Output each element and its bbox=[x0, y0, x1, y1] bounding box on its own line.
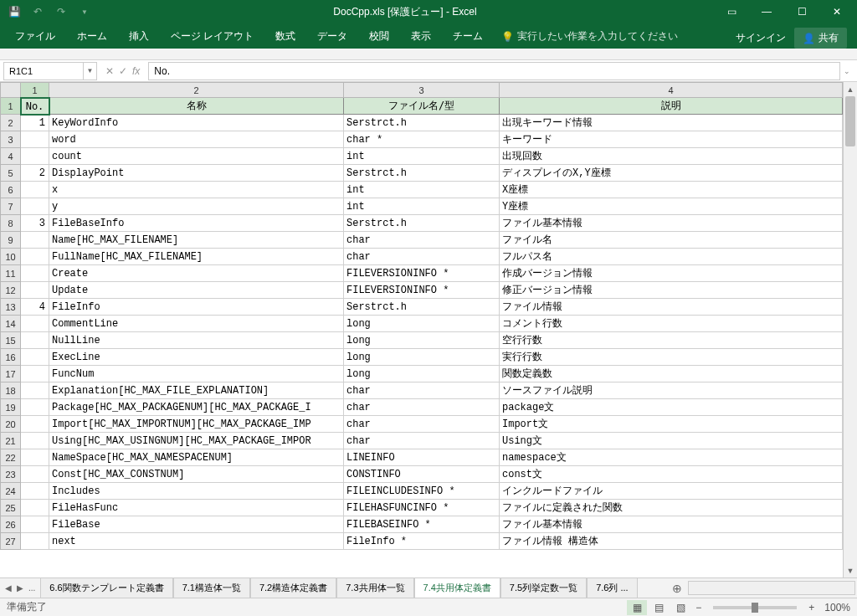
tell-me-search[interactable]: 💡 実行したい作業を入力してください bbox=[495, 24, 685, 49]
new-sheet-button[interactable]: ⊕ bbox=[668, 582, 686, 595]
row-header[interactable]: 18 bbox=[1, 382, 21, 399]
cell[interactable]: ExecLine bbox=[49, 349, 344, 366]
sheet-nav-next-icon[interactable]: ▶ bbox=[17, 583, 23, 593]
cell[interactable]: FileBase bbox=[49, 516, 344, 533]
cell[interactable]: Package[HC_MAX_PACKAGENUM][HC_MAX_PACKAG… bbox=[49, 399, 344, 416]
cell[interactable]: char * bbox=[344, 131, 500, 148]
cell[interactable]: 1 bbox=[21, 115, 49, 131]
cell[interactable] bbox=[21, 249, 49, 265]
cell[interactable]: LINEINFO bbox=[344, 449, 500, 466]
row-header[interactable]: 6 bbox=[1, 182, 21, 198]
cell[interactable]: FILEBASEINFO * bbox=[344, 516, 500, 533]
cell[interactable]: Const[HC_MAX_CONSTNUM] bbox=[49, 466, 344, 483]
row-header[interactable]: 21 bbox=[1, 433, 21, 449]
row-header[interactable]: 2 bbox=[1, 115, 21, 131]
cell[interactable]: Update bbox=[49, 282, 344, 299]
cell[interactable]: ファイルに定義された関数 bbox=[500, 500, 843, 516]
cell[interactable]: Y座標 bbox=[500, 198, 843, 215]
cell[interactable] bbox=[21, 483, 49, 500]
tab-team[interactable]: チーム bbox=[443, 24, 493, 49]
tab-formulas[interactable]: 数式 bbox=[265, 24, 305, 49]
cell[interactable]: long bbox=[344, 316, 500, 332]
row-header[interactable]: 9 bbox=[1, 232, 21, 249]
cell[interactable]: Includes bbox=[49, 483, 344, 500]
cell[interactable]: count bbox=[49, 148, 344, 165]
row-header[interactable]: 5 bbox=[1, 165, 21, 182]
cell[interactable]: FILEVERSIONINFO * bbox=[344, 282, 500, 299]
cell[interactable] bbox=[21, 349, 49, 366]
col-header[interactable]: 1 bbox=[21, 83, 49, 98]
cell[interactable]: ファイル基本情報 bbox=[500, 516, 843, 533]
cell[interactable]: KeyWordInfo bbox=[49, 115, 344, 131]
row-header[interactable]: 11 bbox=[1, 265, 21, 282]
row-header[interactable]: 14 bbox=[1, 316, 21, 332]
cell[interactable]: Using文 bbox=[500, 433, 843, 449]
row-header[interactable]: 13 bbox=[1, 299, 21, 316]
row-header[interactable]: 25 bbox=[1, 500, 21, 516]
cell[interactable]: Create bbox=[49, 265, 344, 282]
cell[interactable]: 修正バージョン情報 bbox=[500, 282, 843, 299]
row-header[interactable]: 8 bbox=[1, 215, 21, 232]
zoom-level[interactable]: 100% bbox=[824, 602, 850, 613]
name-box[interactable]: R1C1 bbox=[3, 62, 84, 80]
cell[interactable]: Using[HC_MAX_USINGNUM][HC_MAX_PACKAGE_IM… bbox=[49, 433, 344, 449]
formula-bar-expand-icon[interactable]: ⌄ bbox=[840, 67, 854, 75]
cell[interactable]: X座標 bbox=[500, 182, 843, 198]
sheet-tab[interactable]: 7.3共用体一覧 bbox=[336, 578, 413, 599]
sheet-tab[interactable]: 7.1構造体一覧 bbox=[173, 578, 250, 599]
sheet-tab[interactable]: 7.5列挙定数一覧 bbox=[500, 578, 587, 599]
tab-data[interactable]: データ bbox=[307, 24, 357, 49]
enter-formula-icon[interactable]: ✓ bbox=[119, 65, 127, 77]
cell[interactable]: package文 bbox=[500, 399, 843, 416]
cell[interactable]: ファイル基本情報 bbox=[500, 215, 843, 232]
cell[interactable]: next bbox=[49, 533, 344, 550]
cell[interactable]: char bbox=[344, 399, 500, 416]
cell[interactable]: 名称 bbox=[49, 98, 344, 115]
cell[interactable]: ソースファイル説明 bbox=[500, 382, 843, 399]
sheet-tab[interactable]: 7.4共用体定義書 bbox=[414, 578, 500, 599]
zoom-out-button[interactable]: − bbox=[692, 602, 705, 613]
cell[interactable]: 実行行数 bbox=[500, 349, 843, 366]
share-button[interactable]: 👤 共有 bbox=[794, 28, 847, 49]
cell[interactable] bbox=[21, 500, 49, 516]
cell[interactable]: ファイル情報 構造体 bbox=[500, 533, 843, 550]
cell[interactable]: char bbox=[344, 232, 500, 249]
cell[interactable]: FileInfo * bbox=[344, 533, 500, 550]
cell[interactable]: Serstrct.h bbox=[344, 115, 500, 131]
cell[interactable]: namespace文 bbox=[500, 449, 843, 466]
cell[interactable]: long bbox=[344, 332, 500, 349]
cell[interactable]: Import[HC_MAX_IMPORTNUM][HC_MAX_PACKAGE_… bbox=[49, 416, 344, 433]
sheet-tab[interactable]: 7.6列 ... bbox=[587, 578, 638, 599]
cell[interactable]: char bbox=[344, 382, 500, 399]
cell[interactable]: DisplayPoint bbox=[49, 165, 344, 182]
cell[interactable]: long bbox=[344, 366, 500, 382]
cell[interactable]: char bbox=[344, 249, 500, 265]
cell[interactable] bbox=[21, 232, 49, 249]
col-header[interactable]: 2 bbox=[49, 83, 344, 98]
cell[interactable] bbox=[21, 316, 49, 332]
undo-icon[interactable]: ↶ bbox=[27, 2, 49, 22]
cell[interactable]: 出現回数 bbox=[500, 148, 843, 165]
cell[interactable]: Explanation[HC_MAX_FILE_EXPLANATION] bbox=[49, 382, 344, 399]
cell[interactable] bbox=[21, 148, 49, 165]
cell[interactable] bbox=[21, 382, 49, 399]
horizontal-scrollbar[interactable] bbox=[688, 581, 855, 595]
tab-insert[interactable]: 挿入 bbox=[119, 24, 159, 49]
row-header[interactable]: 22 bbox=[1, 449, 21, 466]
cell[interactable]: int bbox=[344, 148, 500, 165]
cell[interactable]: Serstrct.h bbox=[344, 299, 500, 316]
cell[interactable]: int bbox=[344, 182, 500, 198]
cell[interactable] bbox=[21, 182, 49, 198]
fx-icon[interactable]: fx bbox=[132, 65, 140, 77]
tab-home[interactable]: ホーム bbox=[67, 24, 117, 49]
cell[interactable]: long bbox=[344, 349, 500, 366]
cell[interactable]: Name[HC_MAX_FILENAME] bbox=[49, 232, 344, 249]
cell[interactable]: FileHasFunc bbox=[49, 500, 344, 516]
cancel-formula-icon[interactable]: ✕ bbox=[105, 65, 114, 77]
row-header[interactable]: 12 bbox=[1, 282, 21, 299]
normal-view-icon[interactable]: ▦ bbox=[627, 600, 647, 615]
sheet-tab[interactable]: 6.6関数テンプレート定義書 bbox=[40, 578, 172, 599]
tab-review[interactable]: 校閲 bbox=[359, 24, 399, 49]
cell[interactable]: NullLine bbox=[49, 332, 344, 349]
sheet-nav-ellipsis[interactable]: ... bbox=[28, 583, 35, 593]
